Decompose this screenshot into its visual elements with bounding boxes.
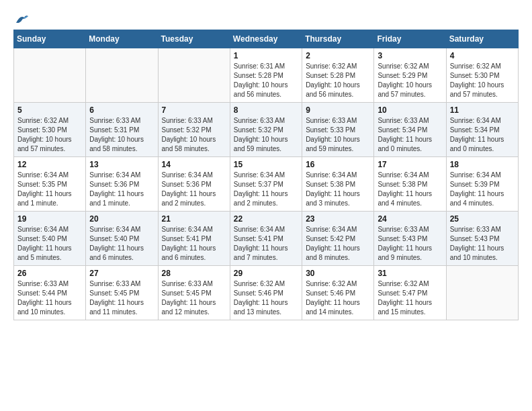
calendar-cell: 25Sunrise: 6:33 AM Sunset: 5:43 PM Dayli… <box>446 212 518 266</box>
day-number: 27 <box>89 269 154 278</box>
calendar-cell: 8Sunrise: 6:33 AM Sunset: 5:32 PM Daylig… <box>230 103 302 157</box>
calendar-cell: 31Sunrise: 6:32 AM Sunset: 5:47 PM Dayli… <box>374 266 446 320</box>
day-info: Sunrise: 6:33 AM Sunset: 5:31 PM Dayligh… <box>89 116 154 154</box>
day-info: Sunrise: 6:34 AM Sunset: 5:40 PM Dayligh… <box>17 225 82 263</box>
day-number: 17 <box>378 160 442 169</box>
calendar-cell: 10Sunrise: 6:33 AM Sunset: 5:34 PM Dayli… <box>374 103 446 157</box>
day-info: Sunrise: 6:34 AM Sunset: 5:38 PM Dayligh… <box>378 171 442 208</box>
col-header-thursday: Thursday <box>302 30 374 48</box>
day-number: 12 <box>17 160 82 169</box>
day-info: Sunrise: 6:34 AM Sunset: 5:39 PM Dayligh… <box>450 171 515 208</box>
calendar-week-row: 26Sunrise: 6:33 AM Sunset: 5:44 PM Dayli… <box>14 266 519 320</box>
day-number: 25 <box>450 214 515 224</box>
day-info: Sunrise: 6:32 AM Sunset: 5:28 PM Dayligh… <box>306 62 370 99</box>
day-number: 1 <box>234 51 298 60</box>
calendar-cell: 23Sunrise: 6:34 AM Sunset: 5:42 PM Dayli… <box>302 212 374 266</box>
day-info: Sunrise: 6:32 AM Sunset: 5:47 PM Dayligh… <box>378 279 442 317</box>
calendar-table: SundayMondayTuesdayWednesdayThursdayFrid… <box>13 30 519 320</box>
day-info: Sunrise: 6:34 AM Sunset: 5:37 PM Dayligh… <box>234 171 298 208</box>
day-number: 16 <box>306 160 370 169</box>
day-number: 18 <box>450 160 515 169</box>
calendar-week-row: 19Sunrise: 6:34 AM Sunset: 5:40 PM Dayli… <box>14 212 519 266</box>
day-number: 19 <box>17 214 82 224</box>
day-info: Sunrise: 6:33 AM Sunset: 5:33 PM Dayligh… <box>306 116 370 154</box>
calendar-cell: 17Sunrise: 6:34 AM Sunset: 5:38 PM Dayli… <box>374 157 446 212</box>
calendar-cell: 20Sunrise: 6:34 AM Sunset: 5:40 PM Dayli… <box>86 212 158 266</box>
calendar-cell <box>86 48 158 103</box>
day-number: 7 <box>162 105 226 115</box>
day-number: 15 <box>234 160 298 169</box>
day-number: 9 <box>306 105 370 115</box>
calendar-cell <box>446 266 518 320</box>
day-info: Sunrise: 6:31 AM Sunset: 5:28 PM Dayligh… <box>234 62 298 99</box>
day-number: 22 <box>234 214 298 224</box>
col-header-friday: Friday <box>374 30 446 48</box>
calendar-cell: 1Sunrise: 6:31 AM Sunset: 5:28 PM Daylig… <box>230 48 302 103</box>
col-header-monday: Monday <box>86 30 158 48</box>
calendar-cell: 18Sunrise: 6:34 AM Sunset: 5:39 PM Dayli… <box>446 157 518 212</box>
day-info: Sunrise: 6:32 AM Sunset: 5:46 PM Dayligh… <box>234 279 298 317</box>
day-info: Sunrise: 6:32 AM Sunset: 5:30 PM Dayligh… <box>450 62 515 99</box>
calendar-cell: 26Sunrise: 6:33 AM Sunset: 5:44 PM Dayli… <box>14 266 86 320</box>
day-info: Sunrise: 6:33 AM Sunset: 5:45 PM Dayligh… <box>89 279 154 317</box>
logo-bird-icon <box>15 13 30 26</box>
day-number: 29 <box>234 269 298 278</box>
calendar-cell: 6Sunrise: 6:33 AM Sunset: 5:31 PM Daylig… <box>86 103 158 157</box>
day-number: 4 <box>450 51 515 60</box>
day-info: Sunrise: 6:33 AM Sunset: 5:43 PM Dayligh… <box>450 225 515 263</box>
day-number: 30 <box>306 269 370 278</box>
day-number: 21 <box>162 214 226 224</box>
day-info: Sunrise: 6:34 AM Sunset: 5:36 PM Dayligh… <box>162 171 226 208</box>
day-info: Sunrise: 6:32 AM Sunset: 5:46 PM Dayligh… <box>306 279 370 317</box>
day-number: 14 <box>162 160 226 169</box>
calendar-cell: 3Sunrise: 6:32 AM Sunset: 5:29 PM Daylig… <box>374 48 446 103</box>
day-number: 26 <box>17 269 82 278</box>
day-info: Sunrise: 6:33 AM Sunset: 5:32 PM Dayligh… <box>162 116 226 154</box>
calendar-cell: 16Sunrise: 6:34 AM Sunset: 5:38 PM Dayli… <box>302 157 374 212</box>
calendar-cell: 4Sunrise: 6:32 AM Sunset: 5:30 PM Daylig… <box>446 48 518 103</box>
calendar-cell <box>158 48 230 103</box>
calendar-week-row: 12Sunrise: 6:34 AM Sunset: 5:35 PM Dayli… <box>14 157 519 212</box>
calendar-week-row: 5Sunrise: 6:32 AM Sunset: 5:30 PM Daylig… <box>14 103 519 157</box>
day-info: Sunrise: 6:33 AM Sunset: 5:45 PM Dayligh… <box>162 279 226 317</box>
day-info: Sunrise: 6:34 AM Sunset: 5:41 PM Dayligh… <box>162 225 226 263</box>
calendar-header-row: SundayMondayTuesdayWednesdayThursdayFrid… <box>14 30 519 48</box>
day-number: 13 <box>89 160 154 169</box>
day-number: 11 <box>450 105 515 115</box>
col-header-saturday: Saturday <box>446 30 518 48</box>
day-number: 31 <box>378 269 442 278</box>
day-info: Sunrise: 6:33 AM Sunset: 5:44 PM Dayligh… <box>17 279 82 317</box>
col-header-wednesday: Wednesday <box>230 30 302 48</box>
calendar-cell: 13Sunrise: 6:34 AM Sunset: 5:36 PM Dayli… <box>86 157 158 212</box>
calendar-cell: 7Sunrise: 6:33 AM Sunset: 5:32 PM Daylig… <box>158 103 230 157</box>
col-header-tuesday: Tuesday <box>158 30 230 48</box>
day-info: Sunrise: 6:33 AM Sunset: 5:32 PM Dayligh… <box>234 116 298 154</box>
calendar-cell: 2Sunrise: 6:32 AM Sunset: 5:28 PM Daylig… <box>302 48 374 103</box>
day-info: Sunrise: 6:33 AM Sunset: 5:43 PM Dayligh… <box>378 225 442 263</box>
calendar-week-row: 1Sunrise: 6:31 AM Sunset: 5:28 PM Daylig… <box>14 48 519 103</box>
day-info: Sunrise: 6:32 AM Sunset: 5:29 PM Dayligh… <box>378 62 442 99</box>
day-number: 3 <box>378 51 442 60</box>
calendar-cell: 5Sunrise: 6:32 AM Sunset: 5:30 PM Daylig… <box>14 103 86 157</box>
calendar-cell: 21Sunrise: 6:34 AM Sunset: 5:41 PM Dayli… <box>158 212 230 266</box>
calendar-cell: 30Sunrise: 6:32 AM Sunset: 5:46 PM Dayli… <box>302 266 374 320</box>
page-header <box>13 13 519 23</box>
day-number: 24 <box>378 214 442 224</box>
day-number: 20 <box>89 214 154 224</box>
day-info: Sunrise: 6:34 AM Sunset: 5:38 PM Dayligh… <box>306 171 370 208</box>
day-info: Sunrise: 6:34 AM Sunset: 5:40 PM Dayligh… <box>89 225 154 263</box>
day-info: Sunrise: 6:33 AM Sunset: 5:34 PM Dayligh… <box>378 116 442 154</box>
day-info: Sunrise: 6:34 AM Sunset: 5:36 PM Dayligh… <box>89 171 154 208</box>
calendar-cell: 15Sunrise: 6:34 AM Sunset: 5:37 PM Dayli… <box>230 157 302 212</box>
day-number: 28 <box>162 269 226 278</box>
day-info: Sunrise: 6:34 AM Sunset: 5:42 PM Dayligh… <box>306 225 370 263</box>
day-number: 6 <box>89 105 154 115</box>
day-number: 8 <box>234 105 298 115</box>
calendar-cell <box>14 48 86 103</box>
day-info: Sunrise: 6:34 AM Sunset: 5:34 PM Dayligh… <box>450 116 515 154</box>
calendar-cell: 19Sunrise: 6:34 AM Sunset: 5:40 PM Dayli… <box>14 212 86 266</box>
calendar-cell: 11Sunrise: 6:34 AM Sunset: 5:34 PM Dayli… <box>446 103 518 157</box>
col-header-sunday: Sunday <box>14 30 86 48</box>
calendar-cell: 9Sunrise: 6:33 AM Sunset: 5:33 PM Daylig… <box>302 103 374 157</box>
logo <box>13 13 30 23</box>
